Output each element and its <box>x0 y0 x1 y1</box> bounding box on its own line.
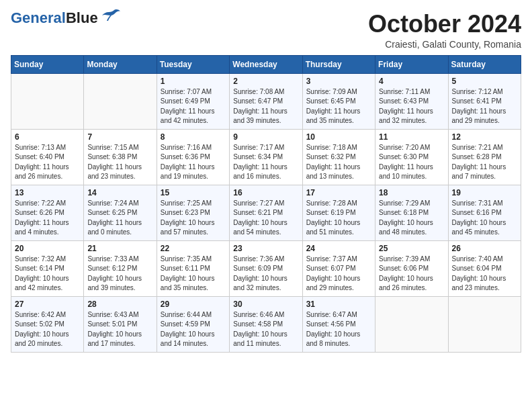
page-header: GeneralBlue October 2024 Craiesti, Galat… <box>11 11 521 50</box>
day-info: Sunrise: 7:20 AMSunset: 6:30 PMDaylight:… <box>379 143 444 182</box>
day-info: Sunrise: 7:25 AMSunset: 6:23 PMDaylight:… <box>161 199 226 238</box>
day-number: 4 <box>379 77 444 86</box>
calendar-cell: 12Sunrise: 7:21 AMSunset: 6:28 PMDayligh… <box>448 129 521 185</box>
calendar-cell: 10Sunrise: 7:18 AMSunset: 6:32 PMDayligh… <box>302 129 375 185</box>
day-number: 6 <box>15 132 80 142</box>
day-number: 16 <box>233 188 298 197</box>
day-info: Sunrise: 7:39 AMSunset: 6:06 PMDaylight:… <box>379 255 444 293</box>
title-block: October 2024 Craiesti, Galati County, Ro… <box>368 11 521 50</box>
logo: GeneralBlue <box>11 11 121 26</box>
day-info: Sunrise: 6:46 AMSunset: 4:58 PMDaylight:… <box>233 310 298 349</box>
calendar-table: SundayMondayTuesdayWednesdayThursdayFrid… <box>11 55 521 353</box>
day-info: Sunrise: 7:37 AMSunset: 6:07 PMDaylight:… <box>306 255 371 293</box>
day-number: 18 <box>379 188 444 197</box>
calendar-cell: 15Sunrise: 7:25 AMSunset: 6:23 PMDayligh… <box>157 185 229 240</box>
day-number: 19 <box>452 188 517 197</box>
day-number: 9 <box>233 132 298 142</box>
day-info: Sunrise: 7:31 AMSunset: 6:16 PMDaylight:… <box>452 199 517 238</box>
calendar-week-5: 27Sunrise: 6:42 AMSunset: 5:02 PMDayligh… <box>11 296 521 352</box>
calendar-week-1: 1Sunrise: 7:07 AMSunset: 6:49 PMDaylight… <box>11 73 521 129</box>
calendar-cell: 13Sunrise: 7:22 AMSunset: 6:26 PMDayligh… <box>11 185 84 240</box>
logo-bird-icon <box>101 9 121 24</box>
calendar-cell: 30Sunrise: 6:46 AMSunset: 4:58 PMDayligh… <box>230 296 302 352</box>
day-info: Sunrise: 7:07 AMSunset: 6:49 PMDaylight:… <box>161 87 226 126</box>
calendar-cell: 8Sunrise: 7:16 AMSunset: 6:36 PMDaylight… <box>157 129 229 185</box>
day-number: 29 <box>161 300 226 309</box>
day-number: 1 <box>161 77 226 86</box>
day-number: 11 <box>379 132 444 142</box>
day-info: Sunrise: 7:22 AMSunset: 6:26 PMDaylight:… <box>15 199 80 238</box>
weekday-header-row: SundayMondayTuesdayWednesdayThursdayFrid… <box>11 55 521 73</box>
day-info: Sunrise: 7:33 AMSunset: 6:12 PMDaylight:… <box>87 255 152 293</box>
day-info: Sunrise: 7:09 AMSunset: 6:45 PMDaylight:… <box>306 87 371 126</box>
day-number: 27 <box>15 300 80 309</box>
logo-text: GeneralBlue <box>11 11 98 26</box>
day-info: Sunrise: 7:08 AMSunset: 6:47 PMDaylight:… <box>233 87 298 126</box>
calendar-cell: 28Sunrise: 6:43 AMSunset: 5:01 PMDayligh… <box>84 296 157 352</box>
day-number: 12 <box>452 132 517 142</box>
weekday-sunday: Sunday <box>11 55 84 73</box>
calendar-cell: 6Sunrise: 7:13 AMSunset: 6:40 PMDaylight… <box>11 129 84 185</box>
calendar-cell <box>375 296 448 352</box>
day-number: 14 <box>87 188 152 197</box>
weekday-tuesday: Tuesday <box>157 55 229 73</box>
calendar-cell: 21Sunrise: 7:33 AMSunset: 6:12 PMDayligh… <box>84 240 157 296</box>
calendar-cell: 14Sunrise: 7:24 AMSunset: 6:25 PMDayligh… <box>84 185 157 240</box>
day-number: 21 <box>87 244 152 253</box>
calendar-cell: 5Sunrise: 7:12 AMSunset: 6:41 PMDaylight… <box>448 73 521 129</box>
day-info: Sunrise: 7:32 AMSunset: 6:14 PMDaylight:… <box>15 255 80 293</box>
calendar-cell: 25Sunrise: 7:39 AMSunset: 6:06 PMDayligh… <box>375 240 448 296</box>
day-number: 3 <box>306 77 371 86</box>
calendar-cell: 26Sunrise: 7:40 AMSunset: 6:04 PMDayligh… <box>448 240 521 296</box>
weekday-thursday: Thursday <box>302 55 375 73</box>
calendar-week-2: 6Sunrise: 7:13 AMSunset: 6:40 PMDaylight… <box>11 129 521 185</box>
day-info: Sunrise: 7:15 AMSunset: 6:38 PMDaylight:… <box>87 143 152 182</box>
day-info: Sunrise: 6:42 AMSunset: 5:02 PMDaylight:… <box>15 310 80 349</box>
calendar-cell: 31Sunrise: 6:47 AMSunset: 4:56 PMDayligh… <box>302 296 375 352</box>
day-number: 15 <box>161 188 226 197</box>
day-number: 7 <box>87 132 152 142</box>
day-number: 26 <box>452 244 517 253</box>
day-number: 17 <box>306 188 371 197</box>
day-number: 28 <box>87 300 152 309</box>
day-info: Sunrise: 6:44 AMSunset: 4:59 PMDaylight:… <box>161 310 226 349</box>
calendar-week-4: 20Sunrise: 7:32 AMSunset: 6:14 PMDayligh… <box>11 240 521 296</box>
day-info: Sunrise: 7:36 AMSunset: 6:09 PMDaylight:… <box>233 255 298 293</box>
calendar-cell: 3Sunrise: 7:09 AMSunset: 6:45 PMDaylight… <box>302 73 375 129</box>
calendar-cell: 4Sunrise: 7:11 AMSunset: 6:43 PMDaylight… <box>375 73 448 129</box>
day-info: Sunrise: 7:17 AMSunset: 6:34 PMDaylight:… <box>233 143 298 182</box>
calendar-cell: 20Sunrise: 7:32 AMSunset: 6:14 PMDayligh… <box>11 240 84 296</box>
day-number: 2 <box>233 77 298 86</box>
day-number: 25 <box>379 244 444 253</box>
calendar-body: 1Sunrise: 7:07 AMSunset: 6:49 PMDaylight… <box>11 73 521 352</box>
calendar-cell: 19Sunrise: 7:31 AMSunset: 6:16 PMDayligh… <box>448 185 521 240</box>
calendar-cell: 29Sunrise: 6:44 AMSunset: 4:59 PMDayligh… <box>157 296 229 352</box>
day-info: Sunrise: 7:16 AMSunset: 6:36 PMDaylight:… <box>161 143 226 182</box>
day-number: 30 <box>233 300 298 309</box>
day-number: 10 <box>306 132 371 142</box>
calendar-header: SundayMondayTuesdayWednesdayThursdayFrid… <box>11 55 521 73</box>
day-info: Sunrise: 7:21 AMSunset: 6:28 PMDaylight:… <box>452 143 517 182</box>
calendar-cell: 11Sunrise: 7:20 AMSunset: 6:30 PMDayligh… <box>375 129 448 185</box>
weekday-wednesday: Wednesday <box>230 55 302 73</box>
weekday-saturday: Saturday <box>448 55 521 73</box>
day-info: Sunrise: 7:27 AMSunset: 6:21 PMDaylight:… <box>233 199 298 238</box>
calendar-cell <box>11 73 84 129</box>
location-subtitle: Craiesti, Galati County, Romania <box>368 39 521 50</box>
day-number: 13 <box>15 188 80 197</box>
day-number: 24 <box>306 244 371 253</box>
calendar-cell: 27Sunrise: 6:42 AMSunset: 5:02 PMDayligh… <box>11 296 84 352</box>
day-info: Sunrise: 7:29 AMSunset: 6:18 PMDaylight:… <box>379 199 444 238</box>
calendar-cell <box>84 73 157 129</box>
day-number: 5 <box>452 77 517 86</box>
calendar-cell: 17Sunrise: 7:28 AMSunset: 6:19 PMDayligh… <box>302 185 375 240</box>
calendar-cell: 1Sunrise: 7:07 AMSunset: 6:49 PMDaylight… <box>157 73 229 129</box>
calendar-cell: 2Sunrise: 7:08 AMSunset: 6:47 PMDaylight… <box>230 73 302 129</box>
calendar-cell <box>448 296 521 352</box>
day-info: Sunrise: 7:11 AMSunset: 6:43 PMDaylight:… <box>379 87 444 126</box>
calendar-week-3: 13Sunrise: 7:22 AMSunset: 6:26 PMDayligh… <box>11 185 521 240</box>
day-info: Sunrise: 6:43 AMSunset: 5:01 PMDaylight:… <box>87 310 152 349</box>
day-info: Sunrise: 7:12 AMSunset: 6:41 PMDaylight:… <box>452 87 517 126</box>
calendar-cell: 9Sunrise: 7:17 AMSunset: 6:34 PMDaylight… <box>230 129 302 185</box>
weekday-monday: Monday <box>84 55 157 73</box>
